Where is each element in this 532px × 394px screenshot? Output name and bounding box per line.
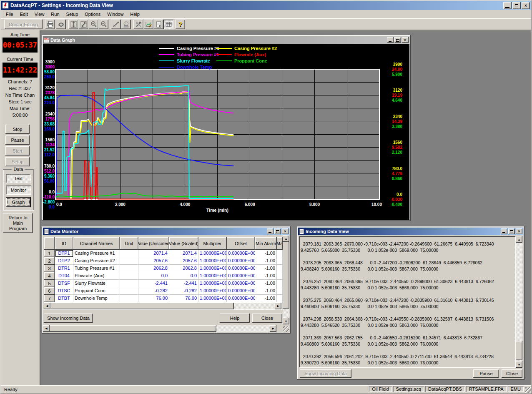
cell-scaled[interactable]: 76.00: [169, 295, 198, 302]
cursor-editing-button[interactable]: Cursor Editing: [4, 20, 43, 29]
scroll-up-icon[interactable]: ▲: [516, 236, 522, 243]
data-graph-button[interactable]: Graph: [6, 197, 31, 207]
menu-item-edit[interactable]: Edit: [17, 11, 31, 18]
cell-unit[interactable]: [120, 250, 138, 257]
scroll-thumb[interactable]: [50, 325, 216, 332]
menu-item-window[interactable]: Window: [104, 11, 127, 18]
cell-multiplier[interactable]: 1.00000E+00: [198, 287, 227, 295]
scroll-up-icon[interactable]: ▲: [283, 235, 289, 242]
column-header[interactable]: Value (Unscaled): [138, 237, 169, 250]
refresh-button[interactable]: [56, 20, 66, 29]
cell-offset[interactable]: 0.00000E+00: [227, 257, 255, 265]
close-button-monitor[interactable]: Close: [252, 314, 282, 323]
properties-button[interactable]: [153, 20, 163, 29]
cell-scaled[interactable]: 2062.8: [169, 265, 198, 272]
cell-cut[interactable]: [277, 295, 283, 302]
column-header[interactable]: Offset: [227, 237, 255, 250]
cell-id[interactable]: DTSC: [55, 287, 73, 295]
incoming-data-text[interactable]: 2079.181 2063.365 2070.000 -9.710e-003 -…: [299, 236, 516, 368]
cell-name[interactable]: Proppant Conc: [73, 287, 120, 295]
cell-multiplier[interactable]: 1.00000E+00: [198, 265, 227, 272]
cell-scaled[interactable]: -2.441: [169, 280, 198, 287]
cell-unit[interactable]: [120, 287, 138, 295]
cell-offset[interactable]: 0.00000E+00: [227, 250, 255, 257]
cell-multiplier[interactable]: 1.00000E+00: [198, 257, 227, 265]
cell-unit[interactable]: [120, 272, 138, 280]
show-incoming-data-button[interactable]: Show Incoming Data: [44, 314, 93, 323]
graph-close-button[interactable]: ×: [402, 37, 409, 43]
cell-cut[interactable]: [277, 250, 283, 257]
pause-button-incoming[interactable]: Pause: [473, 369, 499, 378]
chart-edit-button[interactable]: [143, 20, 153, 29]
zoom-window-button[interactable]: [78, 20, 88, 29]
table-hscrollbar[interactable]: ◀ ▶: [44, 303, 281, 309]
graph-minimize-button[interactable]: [387, 37, 394, 43]
cell-cut[interactable]: [277, 287, 283, 295]
cell-minalarm[interactable]: -1.00: [255, 280, 277, 287]
pause-button[interactable]: Pause: [5, 136, 30, 145]
cell-rownum[interactable]: 1: [44, 250, 55, 257]
scroll-left-icon[interactable]: ◀: [44, 303, 50, 309]
menu-item-view[interactable]: View: [31, 11, 48, 18]
zoom-in-button[interactable]: [88, 20, 98, 29]
menu-item-setup[interactable]: Setup: [63, 11, 82, 18]
cell-unit[interactable]: [120, 265, 138, 272]
cell-id[interactable]: DTP1: [55, 250, 73, 257]
cell-unscaled[interactable]: -0.282: [138, 287, 169, 295]
graph-maximize-button[interactable]: [394, 37, 401, 43]
cell-minalarm[interactable]: -1.00: [255, 287, 277, 295]
show-incoming-data-button-disabled[interactable]: Show Incoming Data: [300, 369, 351, 378]
zoom-vertical-button[interactable]: [68, 20, 78, 29]
setup-button[interactable]: Setup: [5, 157, 30, 166]
data-text-button[interactable]: Text: [6, 174, 31, 183]
table-row[interactable]: 3DTR1Tubing Pressure #12062.82062.81.000…: [44, 265, 282, 272]
column-header[interactable]: Value (Scaled): [169, 237, 198, 250]
cell-multiplier[interactable]: 1.00000E+00: [198, 250, 227, 257]
cell-unscaled[interactable]: -2.441: [138, 280, 169, 287]
cell-rownum[interactable]: 5: [44, 280, 55, 287]
window-vscrollbar[interactable]: ▲ ▼: [283, 235, 289, 324]
cell-offset[interactable]: 0.00000E+00: [227, 287, 255, 295]
cell-offset[interactable]: 0.00000E+00: [227, 272, 255, 280]
scroll-thumb[interactable]: [283, 242, 289, 309]
scroll-right-icon[interactable]: ▶: [275, 303, 281, 309]
incoming-minimize-button[interactable]: [501, 228, 507, 234]
cell-scaled[interactable]: 2057.6: [169, 257, 198, 265]
cell-minalarm[interactable]: -1.00: [255, 257, 277, 265]
column-header[interactable]: Channel Names: [73, 237, 120, 250]
cell-minalarm[interactable]: -1.00: [255, 265, 277, 272]
cell-unscaled[interactable]: 76.00: [138, 295, 169, 302]
cell-rownum[interactable]: 3: [44, 265, 55, 272]
grid-view-button[interactable]: [163, 20, 173, 29]
probe-tool-button[interactable]: [111, 20, 121, 29]
incoming-maximize-button[interactable]: [508, 228, 515, 234]
help-button[interactable]: ??: [175, 20, 185, 29]
maximize-button[interactable]: [512, 2, 521, 9]
cell-name[interactable]: Casing Pressure #1: [73, 250, 120, 257]
close-button[interactable]: ×: [522, 2, 530, 9]
cell-multiplier[interactable]: 1.00000E+00: [198, 295, 227, 302]
column-header[interactable]: Min Alarm: [255, 237, 277, 250]
column-header[interactable]: [44, 237, 55, 250]
close-button-incoming[interactable]: Close: [502, 369, 522, 378]
cell-id[interactable]: DTP2: [55, 257, 73, 265]
stamp-tool-button[interactable]: [121, 20, 131, 29]
column-header[interactable]: Ma: [277, 237, 283, 250]
monitor-minimize-button[interactable]: [267, 228, 274, 234]
menu-item-help[interactable]: Help: [127, 11, 143, 18]
cell-unscaled[interactable]: 2071.4: [138, 250, 169, 257]
help-button-monitor[interactable]: Help: [220, 314, 250, 323]
resize-grip[interactable]: [525, 387, 531, 393]
cell-rownum[interactable]: 6: [44, 287, 55, 295]
table-row[interactable]: 4DT04Flowrate (Aux)0.00.01.00000E+000.00…: [44, 272, 282, 280]
menu-item-run[interactable]: Run: [48, 11, 63, 18]
cell-id[interactable]: DTR1: [55, 265, 73, 272]
column-header[interactable]: Multiplier: [198, 237, 227, 250]
cell-unscaled[interactable]: 2062.8: [138, 265, 169, 272]
cell-id[interactable]: DTSF: [55, 280, 73, 287]
column-header[interactable]: Unit: [120, 237, 138, 250]
table-row[interactable]: 2DTP2Casing Pressure #22057.62057.61.000…: [44, 257, 282, 265]
data-monitor-button[interactable]: Monitor: [6, 186, 31, 195]
scroll-down-icon[interactable]: ▼: [516, 361, 522, 368]
table-row[interactable]: 5DTSFSlurry Flowrate-2.441-2.4411.00000E…: [44, 280, 282, 287]
